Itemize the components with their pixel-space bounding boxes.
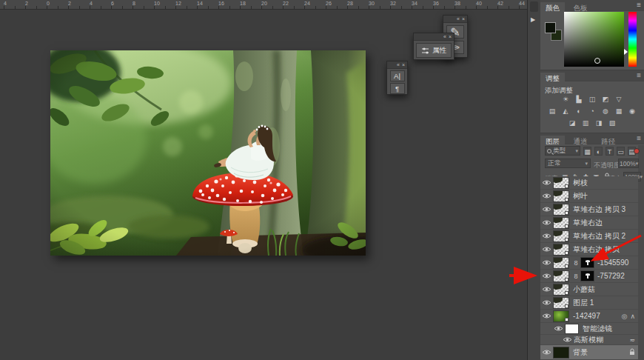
- layer-row[interactable]: -142497◎∧: [540, 310, 638, 323]
- layer-name[interactable]: 智能滤镜: [583, 324, 612, 334]
- layer-mask-thumbnail[interactable]: [580, 257, 594, 268]
- tab-adjustments[interactable]: 调整: [540, 73, 565, 84]
- adjustment-channel-mixer-icon[interactable]: ◍: [600, 107, 611, 116]
- panel-group-header[interactable]: « ×: [414, 33, 454, 41]
- layer-row[interactable]: 高斯模糊≂: [540, 335, 638, 345]
- adjustment-levels-icon[interactable]: ▙: [574, 95, 584, 104]
- adjustment-invert-icon[interactable]: ◉: [627, 107, 637, 116]
- collapsed-panel-stub[interactable]: [530, 1, 538, 12]
- collapse-panel-icon[interactable]: «: [397, 62, 400, 67]
- close-panel-icon[interactable]: ×: [462, 16, 465, 21]
- layer-name[interactable]: 小蘑菇: [573, 284, 595, 295]
- close-panel-icon[interactable]: ×: [402, 62, 405, 67]
- layer-row[interactable]: 树叶: [540, 190, 638, 203]
- paragraph-panel-button[interactable]: ¶: [390, 83, 405, 94]
- canvas-document[interactable]: [50, 50, 366, 256]
- tab-channels[interactable]: 通道: [568, 136, 592, 147]
- hue-slider-marker[interactable]: [624, 49, 628, 55]
- color-picker-marker[interactable]: [594, 58, 600, 64]
- adjustment-curves-icon[interactable]: ◫: [587, 95, 597, 104]
- layer-row[interactable]: 草堆右边 拷贝: [540, 243, 638, 256]
- visibility-eye-icon[interactable]: [540, 273, 553, 279]
- smart-object-thumbnail[interactable]: [553, 310, 569, 322]
- layer-row[interactable]: 背景: [540, 345, 638, 360]
- layer-filter-kind-dropdown[interactable]: 类型: [545, 146, 580, 156]
- layer-thumbnail[interactable]: [553, 177, 569, 189]
- visibility-eye-icon[interactable]: [540, 233, 553, 239]
- visibility-eye-icon[interactable]: [540, 349, 553, 356]
- panel-group-header[interactable]: « ×: [387, 61, 407, 69]
- tab-paths[interactable]: 路径: [596, 136, 620, 147]
- layer-row[interactable]: 草堆右边: [540, 216, 638, 230]
- layer-thumbnail[interactable]: [553, 244, 569, 256]
- smart-filters-thumbnail[interactable]: [565, 324, 579, 334]
- visibility-eye-icon[interactable]: [561, 336, 574, 343]
- blend-mode-dropdown[interactable]: 正常: [545, 159, 591, 168]
- layer-name[interactable]: -142497: [573, 312, 600, 320]
- layer-name[interactable]: 背景: [573, 347, 588, 358]
- layer-name[interactable]: 图层 1: [573, 298, 594, 308]
- layer-name[interactable]: -757292: [597, 272, 625, 280]
- tab-color[interactable]: 颜色: [540, 2, 565, 13]
- layer-row[interactable]: 8-1545590: [540, 256, 638, 270]
- expand-dock-icon[interactable]: ▶: [531, 16, 535, 23]
- properties-button[interactable]: 属性: [416, 43, 452, 58]
- layer-row[interactable]: 图层 1: [540, 296, 638, 310]
- filter-adjustment-layers-icon[interactable]: ◐: [594, 147, 603, 156]
- layer-name[interactable]: 树枝: [573, 178, 588, 188]
- layer-name[interactable]: 草堆右边: [573, 218, 603, 228]
- adjustment-posterize-icon[interactable]: ◪: [567, 119, 577, 127]
- layer-thumbnail[interactable]: [553, 297, 569, 309]
- panel-menu-icon[interactable]: ≡: [637, 1, 641, 9]
- adjustment-hue-saturation-icon[interactable]: ▤: [547, 107, 557, 116]
- layer-name[interactable]: -1545590: [597, 259, 628, 267]
- layer-name[interactable]: 树叶: [573, 191, 588, 201]
- filter-pixel-layers-icon[interactable]: ▦: [583, 147, 591, 156]
- tab-layers[interactable]: 图层: [540, 136, 565, 147]
- visibility-eye-icon[interactable]: [540, 179, 553, 186]
- adjustment-threshold-icon[interactable]: ▥: [580, 119, 591, 127]
- layer-thumbnail[interactable]: [553, 217, 569, 229]
- opacity-field[interactable]: 100%: [618, 159, 639, 168]
- layer-thumbnail[interactable]: [553, 257, 569, 269]
- layer-thumbnail[interactable]: [553, 284, 569, 296]
- filter-shape-layers-icon[interactable]: ▭: [617, 147, 625, 156]
- layer-filter-toggle[interactable]: [634, 148, 640, 154]
- adjustment-black-white-icon[interactable]: ◐: [574, 107, 584, 116]
- layer-name[interactable]: 草堆右边 拷贝 3: [573, 204, 625, 215]
- saturation-brightness-field[interactable]: [564, 12, 624, 67]
- collapse-panel-icon[interactable]: «: [443, 34, 446, 39]
- visibility-eye-icon[interactable]: [540, 219, 553, 226]
- filter-blend-options-icon[interactable]: ≂: [629, 336, 635, 344]
- layer-row[interactable]: 草堆右边 拷贝 3: [540, 203, 638, 216]
- layer-row[interactable]: 小蘑菇: [540, 283, 638, 296]
- visibility-eye-icon[interactable]: [552, 325, 565, 332]
- type-panel-group[interactable]: « × A| ¶: [386, 61, 408, 95]
- layer-thumbnail[interactable]: [553, 270, 569, 282]
- panel-menu-icon[interactable]: ≡: [637, 71, 641, 79]
- panel-menu-icon[interactable]: ≡: [637, 134, 641, 142]
- visibility-eye-icon[interactable]: [540, 299, 553, 306]
- layer-mask-thumbnail[interactable]: [580, 270, 594, 281]
- smart-filter-indicator-icon[interactable]: ◎: [622, 313, 628, 320]
- visibility-eye-icon[interactable]: [540, 246, 553, 253]
- close-panel-icon[interactable]: ×: [449, 34, 452, 39]
- visibility-eye-icon[interactable]: [540, 193, 553, 199]
- visibility-eye-icon[interactable]: [540, 259, 553, 266]
- adjustment-brightness-contrast-icon[interactable]: ☀: [560, 95, 571, 104]
- character-panel-button[interactable]: A|: [390, 70, 405, 81]
- adjustment-color-balance-icon[interactable]: ◭: [560, 107, 571, 116]
- adjustment-exposure-icon[interactable]: ◩: [600, 95, 611, 104]
- foreground-color-swatch[interactable]: [545, 22, 556, 33]
- layer-thumbnail[interactable]: [553, 347, 569, 359]
- adjustment-photo-filter-icon[interactable]: ◔: [587, 107, 597, 116]
- visibility-eye-icon[interactable]: [540, 313, 553, 319]
- layer-name[interactable]: 高斯模糊: [574, 335, 603, 345]
- layer-thumbnail[interactable]: [553, 230, 569, 242]
- adjustment-gradient-map-icon[interactable]: ◨: [594, 119, 604, 127]
- visibility-eye-icon[interactable]: [540, 286, 553, 293]
- layer-thumbnail[interactable]: [553, 190, 569, 202]
- collapse-panel-icon[interactable]: «: [457, 16, 460, 21]
- layer-row[interactable]: 树枝: [540, 176, 638, 190]
- layer-name[interactable]: 草堆右边 拷贝 2: [573, 231, 625, 241]
